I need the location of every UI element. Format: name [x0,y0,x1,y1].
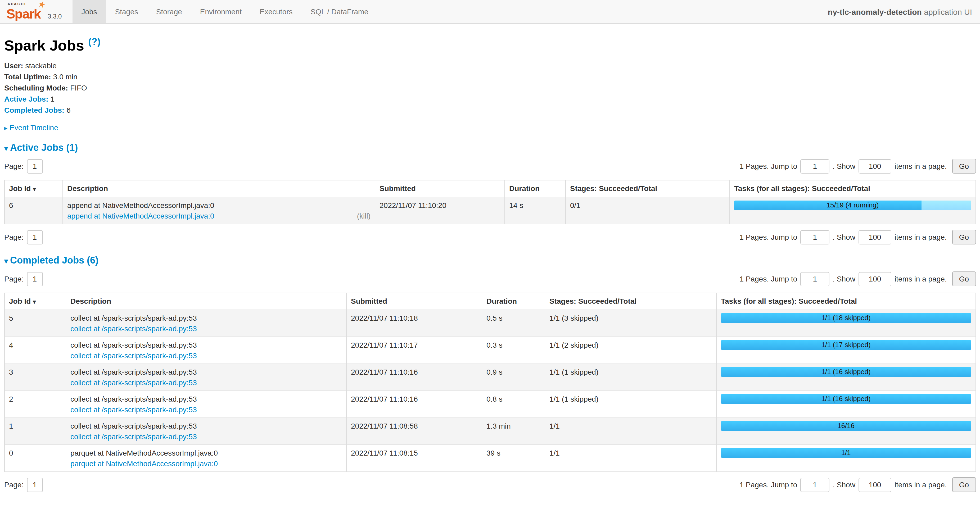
page-number-input[interactable] [27,230,43,245]
table-row: 5 collect at /spark-scripts/spark-ad.py:… [5,310,975,337]
items-text: items in a page. [894,481,947,489]
jump-to-input[interactable] [800,230,829,245]
user-value: stackable [25,62,57,70]
page-label: Page: [4,275,24,283]
completed-jobs-link[interactable]: Completed Jobs: [4,106,64,114]
tasks-progress-label: 1/1 [721,448,971,458]
submitted-cell: 2022/11/07 11:10:18 [347,310,482,337]
kill-link[interactable]: (kill) [357,211,371,221]
completed-jobs-heading[interactable]: ▾Completed Jobs (6) [4,255,976,267]
duration-cell: 14 s [505,197,566,224]
table-row: 4 collect at /spark-scripts/spark-ad.py:… [5,337,975,364]
items-per-page-input[interactable] [859,159,891,173]
tab-jobs[interactable]: Jobs [72,0,106,23]
table-row: 0 parquet at NativeMethodAccessorImpl.ja… [5,445,975,472]
description-cell: collect at /spark-scripts/spark-ad.py:53… [66,310,347,337]
spark-logo[interactable]: APACHE ★ Spark [6,2,48,22]
column-header-stages[interactable]: Stages: Succeeded/Total [566,180,730,197]
column-header-job-id[interactable]: Job Id▾ [5,180,63,197]
job-description-link[interactable]: append at NativeMethodAccessorImpl.java:… [67,211,214,221]
job-description-link[interactable]: collect at /spark-scripts/spark-ad.py:53 [70,351,197,361]
job-description-link[interactable]: collect at /spark-scripts/spark-ad.py:53 [70,432,197,442]
items-per-page-input[interactable] [859,230,891,245]
job-description: collect at /spark-scripts/spark-ad.py:53 [70,313,342,324]
description-cell: collect at /spark-scripts/spark-ad.py:53… [66,391,347,418]
go-button[interactable]: Go [952,272,976,286]
description-cell: collect at /spark-scripts/spark-ad.py:53… [66,418,347,445]
jump-to-input[interactable] [800,272,829,286]
page-title-text: Spark Jobs [4,37,84,54]
items-text: items in a page. [894,162,947,171]
duration-cell: 1.3 min [482,418,545,445]
column-header-description[interactable]: Description [66,293,347,310]
tasks-progress-bar: 15/19 (4 running) [734,201,971,210]
go-button[interactable]: Go [952,230,976,245]
job-description-link[interactable]: collect at /spark-scripts/spark-ad.py:53 [70,378,197,388]
active-jobs-heading-label: Active Jobs (1) [10,143,78,153]
items-per-page-input[interactable] [859,272,891,286]
stages-cell: 1/1 (2 skipped) [545,337,716,364]
column-header-submitted[interactable]: Submitted [375,180,505,197]
job-description-link[interactable]: collect at /spark-scripts/spark-ad.py:53 [70,405,197,415]
help-link[interactable]: (?) [88,37,100,47]
tab-storage[interactable]: Storage [147,0,191,23]
summary-user: User:stackable [4,60,976,72]
tasks-progress-bar: 1/1 [721,448,971,458]
submitted-cell: 2022/11/07 11:10:16 [347,364,482,391]
jump-to-input[interactable] [800,478,829,492]
tasks-progress-label: 1/1 (17 skipped) [721,340,971,350]
completed-jobs-heading-label: Completed Jobs (6) [10,255,99,266]
page-number-input[interactable] [27,478,43,492]
column-header-duration[interactable]: Duration [505,180,566,197]
spark-wordmark: Spark [6,6,40,22]
pagination: Page: 1 Pages. Jump to . Show items in a… [4,478,976,492]
column-header-job-id[interactable]: Job Id▾ [5,293,66,310]
table-row: 2 collect at /spark-scripts/spark-ad.py:… [5,391,975,418]
job-id-cell: 5 [5,310,66,337]
job-description-link[interactable]: parquet at NativeMethodAccessorImpl.java… [70,459,218,469]
job-description-link[interactable]: collect at /spark-scripts/spark-ad.py:53 [70,324,197,334]
duration-cell: 0.8 s [482,391,545,418]
column-header-description[interactable]: Description [63,180,375,197]
pages-jump-text: 1 Pages. Jump to [740,162,797,171]
column-header-tasks[interactable]: Tasks (for all stages): Succeeded/Total [716,293,975,310]
tasks-progress-label: 1/1 (18 skipped) [721,313,971,323]
active-jobs-table: Job Id▾ Description Submitted Duration S… [4,180,976,225]
event-timeline-toggle[interactable]: ▸Event Timeline [4,124,976,132]
tab-sql-dataframe[interactable]: SQL / DataFrame [302,0,377,23]
tasks-cell: 1/1 (17 skipped) [716,337,975,364]
job-id-cell: 6 [5,197,63,224]
navbar: APACHE ★ Spark 3.3.0 Jobs Stages Storage… [0,0,980,24]
event-timeline-label: Event Timeline [10,124,58,132]
tasks-progress-bar: 1/1 (16 skipped) [721,394,971,404]
show-text: . Show [833,233,855,241]
go-button[interactable]: Go [952,159,976,174]
page-number-input[interactable] [27,159,43,173]
items-per-page-input[interactable] [859,478,891,492]
column-header-duration[interactable]: Duration [482,293,545,310]
summary-scheduling-mode: Scheduling Mode:FIFO [4,83,976,94]
go-button[interactable]: Go [952,478,976,492]
show-text: . Show [833,275,855,283]
table-header-row: Job Id▾ Description Submitted Duration S… [5,293,975,310]
column-header-submitted[interactable]: Submitted [347,293,482,310]
column-header-tasks[interactable]: Tasks (for all stages): Succeeded/Total [730,180,975,197]
completed-jobs-count: 6 [67,106,71,114]
collapse-open-icon: ▾ [4,144,8,152]
job-description: parquet at NativeMethodAccessorImpl.java… [70,448,342,459]
pages-jump-text: 1 Pages. Jump to [740,275,797,283]
tasks-progress-label: 16/16 [721,421,971,431]
tab-executors[interactable]: Executors [251,0,302,23]
jump-to-input[interactable] [800,159,829,173]
tab-stages[interactable]: Stages [106,0,147,23]
active-jobs-link[interactable]: Active Jobs: [4,95,48,103]
page-title: Spark Jobs (?) [4,37,976,54]
active-jobs-heading[interactable]: ▾Active Jobs (1) [4,143,976,154]
job-description: collect at /spark-scripts/spark-ad.py:53 [70,394,342,405]
nav-tabs: Jobs Stages Storage Environment Executor… [72,0,377,23]
column-header-stages[interactable]: Stages: Succeeded/Total [545,293,716,310]
tab-environment[interactable]: Environment [191,0,251,23]
duration-cell: 0.9 s [482,364,545,391]
page-label: Page: [4,481,24,489]
page-number-input[interactable] [27,272,43,286]
